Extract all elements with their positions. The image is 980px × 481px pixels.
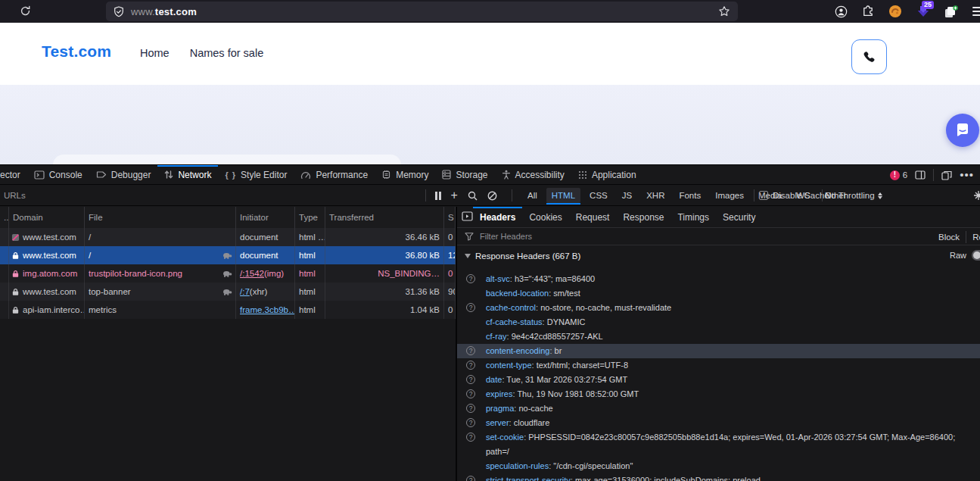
devtools-tab[interactable]: Console — [27, 165, 89, 184]
question-icon[interactable]: ? — [466, 476, 475, 481]
account-icon[interactable] — [835, 5, 848, 18]
throttling-dropdown[interactable]: No Throttling — [825, 185, 882, 206]
filter-urls-input[interactable] — [2, 185, 154, 206]
response-header-row[interactable]: ? servercloudflare — [457, 416, 980, 430]
shield-check-icon[interactable] — [114, 6, 124, 17]
details-tab[interactable]: Cookies — [522, 207, 568, 227]
question-icon[interactable]: ? — [466, 433, 475, 442]
devtools-tab[interactable]: Performance — [294, 165, 375, 184]
pause-icon[interactable] — [435, 192, 441, 200]
devtools-tab[interactable]: { } Style Editor — [218, 165, 294, 184]
column-header-file[interactable]: File — [85, 207, 236, 228]
disable-cache-checkbox[interactable] — [759, 191, 768, 200]
url-bar[interactable]: www.test.com — [106, 2, 738, 21]
nav-link[interactable]: Names for sale — [190, 47, 264, 59]
phone-button[interactable] — [851, 39, 887, 74]
request-status: 0 — [444, 301, 456, 319]
response-header-row[interactable]: ? set-cookiePHPSESSID=0842e23c80057c9e88… — [457, 430, 980, 459]
response-header-row[interactable]: ? speculation-rules"/cdn-cgi/speculation… — [457, 459, 980, 473]
question-icon[interactable]: ? — [466, 303, 475, 312]
block-button[interactable]: Block — [938, 233, 960, 242]
devtools-tab[interactable]: ector — [0, 165, 27, 184]
filter-pill[interactable]: HTML — [546, 188, 580, 203]
details-tab[interactable]: Request — [569, 207, 617, 227]
question-icon[interactable]: ? — [466, 389, 475, 398]
response-header-row[interactable]: ? strict-transport-securitymax-age=31536… — [457, 473, 980, 481]
filter-pill[interactable]: Images — [710, 188, 749, 203]
reload-icon[interactable] — [20, 5, 31, 17]
table-row[interactable]: www.test.com / document html … — [0, 228, 456, 246]
nav-link[interactable]: Home — [140, 47, 170, 59]
initiator-link[interactable]: /:1542 — [240, 269, 264, 278]
filter-pill[interactable]: Fonts — [674, 188, 706, 203]
devtools-tab[interactable]: Memory — [375, 165, 435, 184]
response-header-row[interactable]: ? backend-locationsm/test — [457, 286, 980, 301]
split-console-icon[interactable] — [915, 170, 926, 180]
column-header-type[interactable]: Type — [295, 207, 325, 228]
table-row[interactable]: img.atom.com trustpilot-brand-icon.png /… — [0, 264, 456, 283]
header-value: sm/test — [553, 289, 580, 298]
responsive-design-icon[interactable] — [941, 170, 952, 180]
response-header-row[interactable]: ? alt-svch3=":443"; ma=86400 — [457, 272, 980, 286]
devtools-tab[interactable]: Debugger — [89, 165, 158, 184]
table-row[interactable]: www.test.com / document html — [0, 246, 456, 264]
initiator-link[interactable]: frame.3cb9b… — [240, 305, 295, 314]
column-header-transferred[interactable]: Transferred — [325, 207, 444, 228]
extensions-puzzle-icon[interactable] — [862, 5, 874, 17]
collapse-triangle-icon[interactable] — [465, 254, 471, 258]
raw-toggle[interactable] — [972, 250, 980, 261]
filter-pill[interactable]: All — [522, 188, 543, 203]
filter-pill[interactable]: CSS — [584, 188, 613, 203]
panel-toggle-icon[interactable] — [462, 211, 473, 221]
response-header-row[interactable]: ? cf-ray9e4c42cd88557257-AKL — [457, 330, 980, 344]
search-icon[interactable] — [468, 191, 478, 201]
response-header-row[interactable]: ? content-encodingbr — [457, 344, 980, 358]
details-tabs: HeadersCookiesRequestResponseTimingsSecu… — [457, 207, 980, 228]
question-icon[interactable]: ? — [466, 346, 475, 355]
extension-pages-icon[interactable] — [944, 5, 958, 18]
column-header-initiator[interactable]: Initiator — [236, 207, 295, 228]
response-header-row[interactable]: ? dateTue, 31 Mar 2026 03:27:54 GMT — [457, 373, 980, 387]
extension-orange-icon[interactable] — [888, 5, 902, 18]
question-icon[interactable]: ? — [466, 361, 475, 370]
plus-icon[interactable]: + — [451, 190, 458, 201]
details-tab[interactable]: Security — [716, 207, 762, 227]
details-tab[interactable]: Timings — [670, 207, 716, 227]
column-header[interactable]: .. — [0, 207, 9, 228]
response-header-row[interactable]: ? cf-cache-statusDYNAMIC — [457, 315, 980, 330]
question-icon[interactable]: ? — [466, 274, 475, 283]
filter-pill[interactable]: XHR — [641, 188, 670, 203]
question-icon[interactable]: ? — [466, 404, 475, 413]
details-tab[interactable]: Response — [616, 207, 670, 227]
devtools-tab[interactable]: Network — [157, 165, 218, 184]
block-url-icon[interactable] — [487, 191, 497, 201]
response-header-row[interactable]: ? cache-controlno-store, no-cache, must-… — [457, 301, 980, 315]
chat-widget-button[interactable] — [946, 114, 979, 147]
har-import-icon[interactable] — [972, 190, 980, 201]
hamburger-menu-icon[interactable] — [972, 7, 980, 16]
resend-button[interactable]: Resend — [972, 233, 980, 242]
column-header-status[interactable]: S — [444, 207, 456, 228]
devtools-tab[interactable]: Accessibility — [495, 165, 571, 184]
site-logo[interactable]: Test.com — [42, 42, 111, 61]
question-icon[interactable]: ? — [466, 375, 475, 384]
meatball-menu-icon[interactable]: ••• — [960, 171, 974, 179]
column-header-domain[interactable]: Domain — [9, 207, 85, 228]
devtools-tab[interactable]: Application — [571, 165, 643, 184]
request-rows: www.test.com / document html … — [0, 228, 456, 319]
filter-pill[interactable]: JS — [617, 188, 637, 203]
response-header-row[interactable]: ? content-typetext/html; charset=UTF-8 — [457, 358, 980, 373]
error-badge[interactable]: ! 6 — [890, 170, 907, 180]
initiator-link[interactable]: /:7 — [240, 287, 250, 296]
extension-download-icon[interactable]: 25 — [916, 5, 930, 17]
header-name: server — [486, 418, 514, 427]
table-row[interactable]: api-iam.interco… metrics frame.3cb9b… — [0, 301, 456, 319]
table-row[interactable]: www.test.com top-banner /:7 (xhr) — [0, 283, 456, 301]
filter-headers-input[interactable] — [478, 229, 705, 245]
devtools-tab[interactable]: Storage — [435, 165, 494, 184]
response-header-row[interactable]: ? expiresThu, 19 Nov 1981 08:52:00 GMT — [457, 387, 980, 401]
response-header-row[interactable]: ? pragmano-cache — [457, 401, 980, 416]
question-icon[interactable]: ? — [466, 418, 475, 427]
star-icon[interactable] — [718, 5, 730, 17]
details-tab[interactable]: Headers — [473, 207, 522, 227]
